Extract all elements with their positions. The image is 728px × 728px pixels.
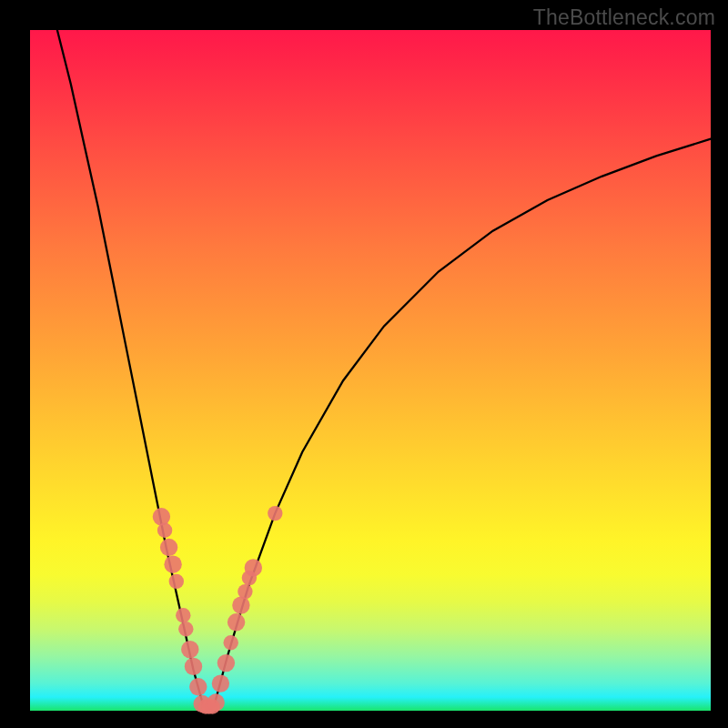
data-point <box>181 641 198 658</box>
data-point <box>189 678 207 695</box>
data-point <box>245 559 262 576</box>
data-point <box>232 596 249 613</box>
watermark-text: TheBottleneck.com <box>533 5 715 30</box>
data-point <box>185 658 202 675</box>
data-point <box>268 506 282 521</box>
data-point <box>169 574 184 589</box>
data-points <box>153 506 283 714</box>
chart-frame: TheBottleneck.com <box>0 0 728 728</box>
chart-svg <box>30 30 711 711</box>
plot-area <box>30 30 711 711</box>
data-point <box>217 654 235 672</box>
data-point <box>238 584 252 599</box>
data-point <box>224 635 238 650</box>
curve-right-branch <box>214 139 711 707</box>
data-point <box>178 622 193 636</box>
data-point <box>164 556 181 573</box>
data-point <box>160 539 177 556</box>
data-point <box>212 674 229 692</box>
data-point <box>153 508 170 525</box>
data-point <box>157 523 172 538</box>
data-point <box>176 608 190 622</box>
data-point <box>207 693 225 711</box>
curve-left-branch <box>57 30 204 707</box>
data-point <box>228 613 245 631</box>
